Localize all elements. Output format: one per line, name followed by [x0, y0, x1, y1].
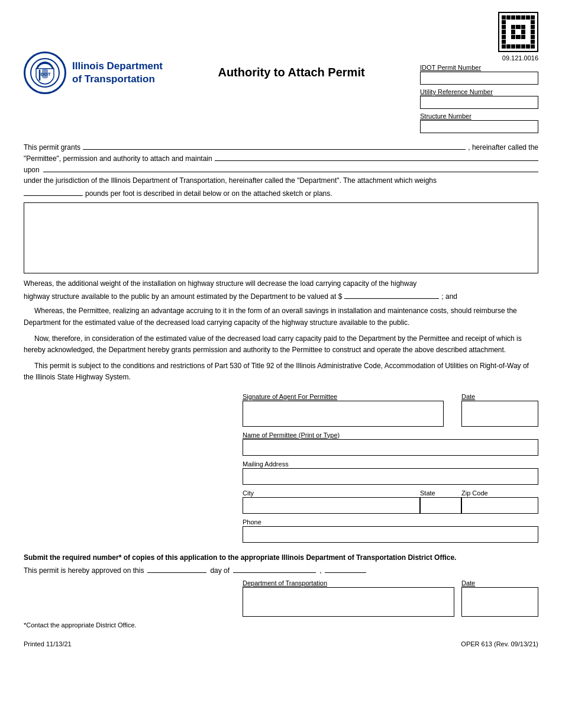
line2: "Permittee", permission and authority to… — [24, 153, 538, 163]
whereas1-line2: highway structure available to the publi… — [24, 291, 538, 301]
logo-area: IDOT Illinois Department of Transportati… — [24, 51, 163, 94]
name-permittee-box[interactable] — [243, 439, 538, 456]
line1: This permit grants , hereinafter called … — [24, 141, 538, 152]
state-box[interactable] — [420, 497, 461, 514]
line3-label: upon — [24, 166, 40, 174]
line3: upon — [24, 164, 538, 174]
state-field: State — [420, 489, 461, 514]
utility-ref-input[interactable] — [420, 96, 538, 109]
dept-label: Department of Transportation — [243, 579, 454, 587]
state-label: State — [420, 489, 461, 497]
svg-text:IDOT: IDOT — [39, 72, 50, 77]
idot-permit-label: IDOT Permit Number — [420, 64, 481, 71]
approval-date-blank[interactable] — [147, 572, 206, 573]
sig-field: Signature of Agent For Permittee — [243, 393, 454, 427]
qr-code — [498, 12, 538, 52]
zip-label: Zip Code — [461, 489, 538, 497]
submit-section: Submit the required number* of copies of… — [24, 552, 538, 629]
approval-line: This permit is hereby approved on this d… — [24, 566, 538, 575]
zip-field: Zip Code — [461, 489, 538, 514]
date-field: Date — [461, 393, 538, 427]
idot-permit-input[interactable] — [420, 72, 538, 85]
mailing-box[interactable] — [243, 468, 538, 485]
approval-day: day of — [210, 566, 230, 575]
line1-end: , hereinafter called the — [468, 143, 538, 152]
form-id: OPER 613 (Rev. 09/13/21) — [461, 640, 538, 648]
body-section: This permit grants , hereinafter called … — [24, 141, 538, 384]
page-header: IDOT Illinois Department of Transportati… — [24, 12, 538, 133]
signature-section: Signature of Agent For Permittee Date Na… — [24, 393, 538, 543]
line2-text: "Permittee", permission and authority to… — [24, 154, 212, 163]
dept-date-field: Date — [461, 579, 538, 617]
now-therefore-para: Now, therefore, in consideration of the … — [24, 333, 538, 356]
city-state-zip-row: City State Zip Code — [243, 489, 538, 514]
logo-text: Illinois Department of Transportation — [72, 60, 163, 85]
name-permittee-label: Name of Permittee (Print or Type) — [243, 431, 538, 439]
sig-label: Signature of Agent For Permittee — [243, 393, 454, 400]
form-number: 09.121.0016 — [502, 54, 538, 62]
permit-fields-section: IDOT Permit Number Utility Reference Num… — [420, 64, 538, 133]
phone-label: Phone — [243, 518, 538, 526]
printed-date: Printed 11/13/21 — [24, 640, 72, 648]
idot-permit-group: IDOT Permit Number — [420, 64, 538, 85]
date-label: Date — [461, 393, 538, 400]
structure-label: Structure Number — [420, 112, 471, 120]
name-permittee-group: Name of Permittee (Print or Type) — [243, 431, 538, 456]
dept-box[interactable] — [243, 587, 454, 617]
whereas1: Whereas, the additional weight of the in… — [24, 278, 538, 289]
logo-circle: IDOT — [24, 51, 66, 94]
submit-bold: Submit the required number* of copies of… — [24, 552, 538, 563]
dept-date-box[interactable] — [461, 587, 538, 617]
dept-date-label: Date — [461, 579, 538, 587]
sig-date-row: Signature of Agent For Permittee Date — [243, 393, 538, 427]
line4: under the jurisdiction of the Illinois D… — [24, 175, 538, 186]
whereas1-start: Whereas, the additional weight of the in… — [24, 279, 416, 288]
line5-text: pounds per foot is described in detail b… — [85, 189, 332, 198]
approval-year-blank[interactable] — [325, 572, 366, 573]
whereas1-end: ; and — [441, 292, 457, 301]
whereas1-mid: highway structure available to the publi… — [24, 292, 342, 301]
sig-box[interactable] — [243, 401, 444, 427]
utility-ref-group: Utility Reference Number — [420, 88, 538, 109]
footer: Printed 11/13/21 OPER 613 (Rev. 09/13/21… — [24, 640, 538, 648]
line5: pounds per foot is described in detail b… — [24, 188, 538, 198]
city-field: City — [243, 489, 420, 514]
dept-field: Department of Transportation — [243, 579, 454, 617]
city-label: City — [243, 489, 420, 497]
structure-input[interactable] — [420, 120, 538, 133]
line1-start: This permit grants — [24, 143, 80, 152]
subject-para: This permit is subject to the conditions… — [24, 360, 538, 383]
city-box[interactable] — [243, 497, 420, 514]
structure-num-group: Structure Number — [420, 112, 538, 133]
description-box[interactable] — [24, 202, 538, 273]
dept-row: Department of Transportation Date — [243, 579, 538, 617]
mailing-group: Mailing Address — [243, 460, 538, 485]
line4-text: under the jurisdiction of the Illinois D… — [24, 176, 437, 185]
date-box[interactable] — [461, 401, 538, 427]
whereas2-para: Whereas, the Permittee, realizing an adv… — [24, 305, 538, 328]
approval-month-blank[interactable] — [233, 572, 316, 573]
page-title: Authority to Attach Permit — [163, 66, 420, 79]
phone-box[interactable] — [243, 526, 538, 543]
approval-start: This permit is hereby approved on this — [24, 566, 144, 575]
contact-note: *Contact the appropriate District Office… — [24, 621, 538, 629]
phone-group: Phone — [243, 518, 538, 543]
idot-logo-icon: IDOT — [29, 57, 61, 89]
mailing-label: Mailing Address — [243, 460, 538, 468]
zip-box[interactable] — [461, 497, 538, 514]
utility-ref-label: Utility Reference Number — [420, 88, 493, 95]
